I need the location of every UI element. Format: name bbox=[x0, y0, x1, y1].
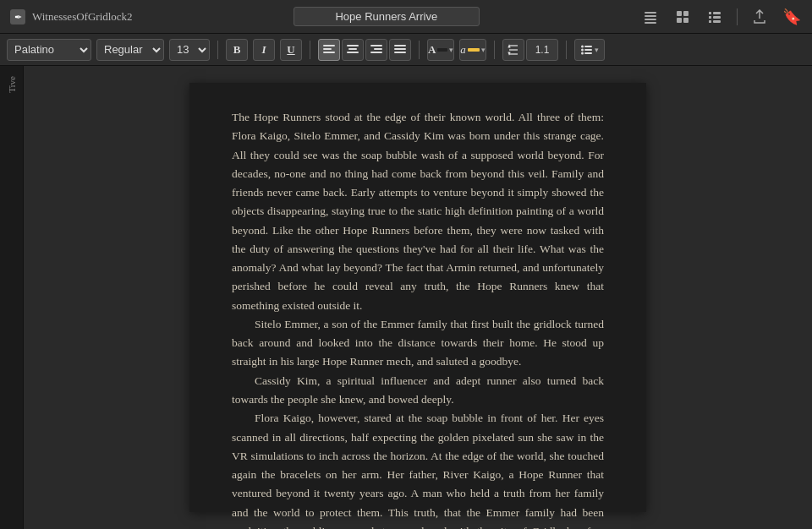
svg-rect-21 bbox=[348, 48, 357, 50]
left-sidebar: Tive bbox=[0, 66, 24, 529]
font-style-select[interactable]: Regular Bold Italic bbox=[96, 39, 164, 61]
sidebar-label: Tive bbox=[7, 76, 17, 93]
font-family-select[interactable]: Palatino Arial Times New Roman bbox=[7, 39, 91, 61]
svg-rect-7 bbox=[683, 11, 689, 16]
separator bbox=[737, 8, 738, 25]
svg-rect-30 bbox=[394, 52, 406, 53]
font-size-select[interactable]: 13 14 16 18 bbox=[169, 39, 210, 61]
bookmark-button[interactable]: 🔖 bbox=[782, 7, 802, 27]
bold-button[interactable]: B bbox=[226, 39, 248, 61]
line-spacing-icon bbox=[502, 39, 524, 61]
svg-rect-3 bbox=[645, 15, 656, 17]
svg-rect-9 bbox=[683, 18, 689, 23]
svg-rect-36 bbox=[584, 46, 592, 47]
app-name: WitnessesOfGridlock2 bbox=[32, 10, 133, 24]
paragraph-2: Sitelo Emmer, a son of the Emmer family … bbox=[232, 315, 604, 372]
svg-point-39 bbox=[581, 52, 584, 54]
grid-view-button[interactable] bbox=[672, 7, 693, 27]
main-area: Tive The Hope Runners stood at the edge … bbox=[0, 66, 812, 529]
svg-rect-8 bbox=[677, 18, 682, 23]
paragraph-3: Cassidy Kim, a spiritual influencer and … bbox=[232, 372, 604, 410]
svg-rect-20 bbox=[347, 45, 359, 46]
underline-button[interactable]: U bbox=[280, 39, 302, 61]
svg-rect-10 bbox=[709, 12, 711, 14]
toolbar-sep-4 bbox=[494, 41, 495, 59]
title-bar: ✒ WitnessesOfGridlock2 🔖 bbox=[0, 0, 812, 34]
svg-rect-24 bbox=[370, 45, 382, 46]
svg-rect-11 bbox=[713, 12, 721, 14]
svg-rect-14 bbox=[709, 20, 711, 23]
highlight-color-button[interactable]: a ▾ bbox=[459, 39, 486, 61]
toolbar-sep-5 bbox=[566, 41, 567, 59]
svg-rect-16 bbox=[323, 45, 335, 46]
align-right-button[interactable] bbox=[365, 39, 387, 61]
share-button[interactable] bbox=[749, 7, 770, 27]
document-area[interactable]: The Hope Runners stood at the edge of th… bbox=[24, 66, 812, 529]
svg-rect-15 bbox=[713, 20, 721, 23]
svg-rect-5 bbox=[645, 22, 656, 24]
svg-rect-40 bbox=[584, 52, 592, 54]
align-center-button[interactable] bbox=[342, 39, 364, 61]
svg-text:✒: ✒ bbox=[14, 12, 22, 22]
svg-rect-2 bbox=[645, 12, 656, 14]
document-title-input[interactable] bbox=[294, 7, 480, 26]
align-left-button[interactable] bbox=[318, 39, 340, 61]
list-view-button[interactable] bbox=[705, 7, 725, 27]
align-group bbox=[318, 39, 411, 61]
toolbar: Palatino Arial Times New Roman Regular B… bbox=[0, 34, 812, 66]
svg-point-37 bbox=[581, 48, 584, 51]
svg-rect-38 bbox=[584, 49, 592, 51]
svg-rect-4 bbox=[645, 19, 656, 20]
svg-rect-26 bbox=[370, 52, 382, 53]
svg-rect-18 bbox=[323, 52, 335, 53]
align-justify-button[interactable] bbox=[389, 39, 411, 61]
text-color-button[interactable]: A ▾ bbox=[427, 39, 454, 61]
svg-rect-22 bbox=[347, 52, 359, 53]
title-bar-left: ✒ WitnessesOfGridlock2 bbox=[10, 9, 133, 25]
list-button[interactable]: ▾ bbox=[574, 39, 605, 61]
text-view-button[interactable] bbox=[640, 7, 661, 27]
toolbar-sep-2 bbox=[310, 41, 310, 59]
svg-rect-29 bbox=[394, 48, 406, 50]
paragraph-1: The Hope Runners stood at the edge of th… bbox=[232, 108, 604, 315]
svg-point-35 bbox=[581, 45, 584, 47]
svg-rect-12 bbox=[709, 16, 711, 19]
document-page: The Hope Runners stood at the edge of th… bbox=[189, 83, 646, 512]
view-icons: 🔖 bbox=[640, 7, 802, 27]
svg-rect-6 bbox=[677, 11, 682, 16]
paragraph-4: Flora Kaigo, however, stared at the soap… bbox=[232, 409, 604, 529]
svg-rect-25 bbox=[374, 48, 382, 50]
svg-rect-13 bbox=[713, 16, 721, 19]
svg-rect-28 bbox=[394, 45, 406, 46]
line-spacing-input[interactable] bbox=[526, 39, 558, 61]
line-spacing-group bbox=[502, 39, 558, 61]
toolbar-sep-1 bbox=[217, 41, 218, 59]
toolbar-sep-3 bbox=[419, 41, 420, 59]
app-logo-icon: ✒ bbox=[10, 9, 25, 25]
svg-rect-17 bbox=[323, 48, 332, 50]
italic-button[interactable]: I bbox=[253, 39, 275, 61]
